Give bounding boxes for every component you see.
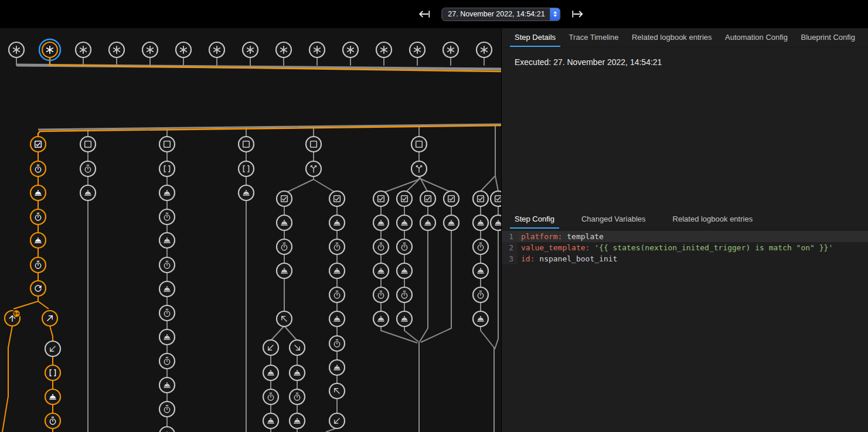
trigger-node[interactable] <box>309 42 325 57</box>
trace-graph[interactable]: 9+ <box>0 28 501 432</box>
trace-node-bell[interactable] <box>159 185 175 200</box>
trace-node-bell[interactable] <box>159 281 175 297</box>
trace-node-bell[interactable] <box>263 413 278 428</box>
trace-node-brackets[interactable] <box>239 161 254 176</box>
trace-node-split[interactable] <box>411 161 427 176</box>
tab-step-details[interactable]: Step Details <box>510 28 560 47</box>
trace-node-bell[interactable] <box>473 215 488 230</box>
trace-node-square[interactable] <box>306 137 321 152</box>
trigger-node[interactable] <box>209 42 224 57</box>
trace-node-check[interactable] <box>277 191 292 206</box>
trigger-node-selected[interactable] <box>42 42 57 57</box>
trace-node-check[interactable] <box>444 191 459 206</box>
trace-node-bell[interactable] <box>290 365 305 380</box>
trace-node-bell[interactable] <box>159 233 175 248</box>
trace-node-bell[interactable] <box>329 263 345 278</box>
trace-node-arrow-se[interactable] <box>290 340 305 355</box>
trace-node-square[interactable] <box>411 137 427 152</box>
trace-node-timer[interactable] <box>30 161 46 176</box>
trace-node-bell[interactable] <box>491 215 501 230</box>
trace-node-bell[interactable] <box>473 263 488 278</box>
trace-node-timer[interactable] <box>159 305 175 321</box>
trace-node-square[interactable] <box>159 137 175 152</box>
trace-node-timer[interactable] <box>80 161 96 176</box>
trace-node-check[interactable] <box>329 191 345 206</box>
trace-node-arrow-nw[interactable] <box>277 311 292 326</box>
trace-node-bell[interactable] <box>373 263 389 278</box>
trace-node-bell[interactable] <box>277 263 292 278</box>
trace-node-check[interactable] <box>30 137 46 152</box>
trace-node-bell[interactable] <box>329 215 345 230</box>
trace-node-bell[interactable] <box>159 427 175 432</box>
trace-node-timer[interactable] <box>329 287 345 302</box>
trace-node-timer[interactable] <box>329 239 345 254</box>
trace-node-bell[interactable] <box>290 413 305 428</box>
trace-node-brackets[interactable] <box>159 161 175 176</box>
trace-node-bell[interactable] <box>397 311 412 326</box>
trace-node-timer[interactable] <box>159 209 175 224</box>
trigger-node[interactable] <box>410 42 425 57</box>
trace-node-timer[interactable] <box>397 287 412 302</box>
trace-node-arrow-sw[interactable] <box>329 413 345 428</box>
trace-node-timer[interactable] <box>473 239 488 254</box>
trace-node-check[interactable] <box>473 191 488 206</box>
trace-node-bell[interactable] <box>277 215 292 230</box>
tab-related-logbook-entries[interactable]: Related logbook entries <box>668 210 758 229</box>
trace-node-timer[interactable] <box>329 336 345 351</box>
trigger-node[interactable] <box>376 42 392 57</box>
previous-run-button[interactable] <box>417 7 431 21</box>
trace-node-bell[interactable] <box>329 360 345 375</box>
trigger-node[interactable] <box>343 42 358 57</box>
trigger-node[interactable] <box>443 42 458 57</box>
trace-node-timer[interactable] <box>397 239 412 254</box>
trace-node-timer[interactable] <box>473 287 488 302</box>
trace-node-bell[interactable] <box>329 311 345 326</box>
trace-node-bell[interactable] <box>444 215 459 230</box>
trace-node-repeat[interactable] <box>30 281 46 296</box>
run-date-stepper-icon[interactable] <box>550 8 560 21</box>
trace-node-bell[interactable] <box>80 185 96 200</box>
trace-node-timer[interactable] <box>45 413 60 428</box>
trace-node-arrow-sw[interactable] <box>263 340 278 355</box>
trigger-node[interactable] <box>142 42 158 57</box>
next-run-button[interactable] <box>571 7 585 21</box>
trace-node-bell[interactable] <box>45 389 60 404</box>
tab-automation-config[interactable]: Automation Config <box>720 28 792 47</box>
trace-node-timer[interactable] <box>263 389 278 404</box>
trace-node-arrow-sw[interactable] <box>45 341 60 356</box>
trace-node-bell[interactable] <box>239 185 254 200</box>
trace-node-timer[interactable] <box>373 287 389 302</box>
trace-node-bell[interactable] <box>373 215 389 230</box>
trace-node-square[interactable] <box>239 137 254 152</box>
trace-node-arrow-ne[interactable] <box>42 311 57 326</box>
trace-node-timer[interactable] <box>290 389 305 404</box>
tab-step-config[interactable]: Step Config <box>510 210 559 229</box>
trigger-node[interactable] <box>276 42 291 57</box>
trace-node-timer[interactable] <box>373 239 389 254</box>
tab-trace-timeline[interactable]: Trace Timeline <box>564 28 624 47</box>
trigger-node[interactable] <box>76 42 91 57</box>
trace-node-bell[interactable] <box>397 215 412 230</box>
tab-related-logbook-entries[interactable]: Related logbook entries <box>627 28 717 47</box>
trace-node-bell[interactable] <box>397 263 412 278</box>
trigger-node[interactable] <box>176 42 191 57</box>
trace-node-split[interactable] <box>306 161 321 176</box>
trace-node-bell[interactable] <box>30 185 46 200</box>
trace-node-timer[interactable] <box>277 239 292 254</box>
trigger-node[interactable] <box>243 42 258 57</box>
trace-graph-canvas[interactable]: 9+ <box>0 28 501 432</box>
trigger-node[interactable] <box>9 42 24 57</box>
run-date-select[interactable]: 27. November 2022, 14:54:21 <box>441 8 560 21</box>
trace-node-timer[interactable] <box>159 257 175 273</box>
trace-node-timer[interactable] <box>30 209 46 224</box>
trace-node-bell[interactable] <box>30 233 46 248</box>
trace-node-bell[interactable] <box>373 311 389 326</box>
trace-node-arrow-nw[interactable] <box>329 383 345 399</box>
tab-blueprint-config[interactable]: Blueprint Config <box>796 28 860 47</box>
trace-node-timer[interactable] <box>30 257 46 273</box>
trace-node-brackets[interactable] <box>45 365 60 380</box>
trace-node-timer[interactable] <box>159 353 175 369</box>
trace-node-bell[interactable] <box>263 365 278 380</box>
trace-node-check[interactable] <box>373 191 389 206</box>
step-config-code-editor[interactable]: 1platform: template2value_template: '{{ … <box>502 231 868 432</box>
